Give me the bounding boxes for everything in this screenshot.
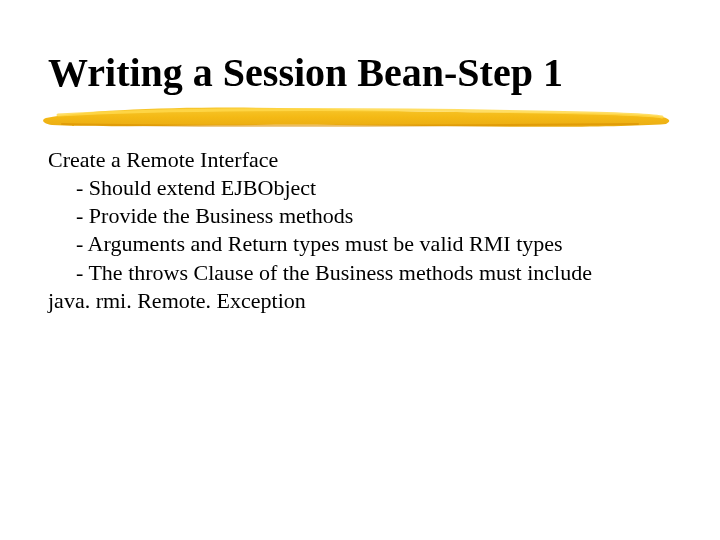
brush-stroke-icon: [38, 102, 678, 132]
body-lead: Create a Remote Interface: [48, 146, 672, 174]
body-item: - Provide the Business methods: [48, 202, 672, 230]
body-trail: java. rmi. Remote. Exception: [48, 287, 672, 315]
slide-title: Writing a Session Bean-Step 1: [48, 50, 672, 96]
slide-body: Create a Remote Interface - Should exten…: [48, 146, 672, 315]
body-item: - Arguments and Return types must be val…: [48, 230, 672, 258]
body-item: - The throws Clause of the Business meth…: [48, 259, 672, 287]
title-underline: [38, 102, 672, 132]
slide-container: Writing a Session Bean-Step 1 Create a R…: [0, 0, 720, 540]
body-item: - Should extend EJBObject: [48, 174, 672, 202]
